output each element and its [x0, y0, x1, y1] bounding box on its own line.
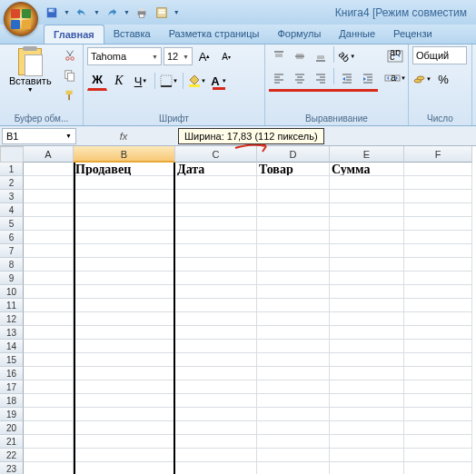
cell[interactable]: [330, 312, 404, 326]
cell[interactable]: [175, 231, 257, 244]
cell[interactable]: [24, 244, 74, 258]
cell[interactable]: [74, 272, 175, 285]
cell[interactable]: [257, 258, 330, 272]
cell[interactable]: [175, 326, 257, 340]
cell[interactable]: [24, 176, 74, 190]
cell[interactable]: [257, 203, 330, 217]
wrap-text-button[interactable]: abc: [382, 46, 408, 66]
cell[interactable]: [74, 380, 175, 394]
qat-undo-dd[interactable]: ▼: [94, 9, 100, 15]
cell[interactable]: [74, 312, 175, 326]
cell[interactable]: [404, 380, 472, 394]
cell[interactable]: [257, 217, 330, 231]
align-bottom-button[interactable]: [311, 46, 331, 66]
qat-print-icon[interactable]: [134, 5, 150, 21]
cell[interactable]: [257, 272, 330, 285]
cell[interactable]: [24, 258, 74, 272]
cell[interactable]: [175, 449, 257, 462]
cell[interactable]: [404, 353, 472, 367]
cell[interactable]: [74, 190, 175, 203]
cell[interactable]: [404, 272, 472, 285]
cell[interactable]: [74, 340, 175, 353]
fx-button[interactable]: fx: [114, 128, 133, 144]
cell[interactable]: [404, 435, 472, 449]
cell[interactable]: Сумма: [330, 163, 404, 176]
cell[interactable]: [330, 353, 404, 367]
cell[interactable]: [175, 353, 257, 367]
number-format-combo[interactable]: Общий: [412, 46, 467, 64]
cell[interactable]: [175, 272, 257, 285]
shrink-font-button[interactable]: A▾: [216, 46, 236, 66]
column-header-F[interactable]: F: [404, 146, 472, 163]
cell[interactable]: [257, 462, 330, 474]
font-size-combo[interactable]: 12▼: [164, 47, 193, 65]
cell[interactable]: [404, 190, 472, 203]
cell[interactable]: [257, 353, 330, 367]
cell[interactable]: [330, 272, 404, 285]
italic-button[interactable]: К: [109, 71, 129, 91]
qat-form-icon[interactable]: [154, 5, 170, 21]
row-header[interactable]: 3: [0, 190, 24, 203]
cell[interactable]: [404, 462, 472, 474]
row-header[interactable]: 15: [0, 353, 24, 367]
cell[interactable]: [24, 299, 74, 312]
cell[interactable]: [74, 176, 175, 190]
cell[interactable]: [24, 163, 74, 176]
cell[interactable]: [404, 176, 472, 190]
cell[interactable]: [404, 231, 472, 244]
qat-save-dd[interactable]: ▼: [64, 9, 70, 15]
cell[interactable]: [175, 176, 257, 190]
cell[interactable]: [175, 285, 257, 299]
cell[interactable]: [74, 231, 175, 244]
cell[interactable]: [175, 190, 257, 203]
align-middle-button[interactable]: [290, 46, 310, 66]
currency-button[interactable]: ▼: [412, 69, 432, 89]
cell[interactable]: [74, 258, 175, 272]
cell[interactable]: Товар: [257, 163, 330, 176]
cell[interactable]: [404, 217, 472, 231]
cell[interactable]: [404, 163, 472, 176]
cell[interactable]: [24, 190, 74, 203]
cell[interactable]: [24, 449, 74, 462]
row-header[interactable]: 16: [0, 367, 24, 380]
cell[interactable]: [404, 203, 472, 217]
cell[interactable]: [175, 258, 257, 272]
cell[interactable]: [175, 367, 257, 380]
tab-review[interactable]: Рецензи: [384, 25, 441, 44]
cell[interactable]: [330, 394, 404, 408]
row-header[interactable]: 23: [0, 462, 24, 474]
cell[interactable]: [74, 421, 175, 435]
cell[interactable]: [404, 244, 472, 258]
cell[interactable]: [257, 421, 330, 435]
cell[interactable]: [330, 258, 404, 272]
cell[interactable]: [24, 367, 74, 380]
row-header[interactable]: 6: [0, 231, 24, 244]
cell[interactable]: [257, 408, 330, 421]
cell[interactable]: [257, 299, 330, 312]
select-all-button[interactable]: [0, 146, 24, 163]
cell[interactable]: [257, 367, 330, 380]
cell[interactable]: [175, 380, 257, 394]
row-header[interactable]: 8: [0, 258, 24, 272]
cell[interactable]: [74, 326, 175, 340]
row-header[interactable]: 20: [0, 421, 24, 435]
row-header[interactable]: 7: [0, 244, 24, 258]
name-box[interactable]: B1▼: [2, 128, 76, 144]
cell[interactable]: [24, 285, 74, 299]
cell[interactable]: [330, 190, 404, 203]
cell[interactable]: [74, 449, 175, 462]
cell[interactable]: [330, 285, 404, 299]
qat-undo-icon[interactable]: [74, 5, 90, 21]
cell[interactable]: [330, 244, 404, 258]
tab-home[interactable]: Главная: [44, 25, 104, 44]
row-header[interactable]: 5: [0, 217, 24, 231]
cell[interactable]: [257, 190, 330, 203]
worksheet-grid[interactable]: ABCDEF 1ПродавецДатаТоварСумма2345678910…: [0, 146, 476, 474]
cell[interactable]: [24, 462, 74, 474]
merge-center-button[interactable]: a▼: [382, 68, 408, 88]
cell[interactable]: [175, 244, 257, 258]
cell[interactable]: [24, 421, 74, 435]
row-header[interactable]: 4: [0, 203, 24, 217]
cut-button[interactable]: [61, 46, 79, 64]
cell[interactable]: [175, 340, 257, 353]
